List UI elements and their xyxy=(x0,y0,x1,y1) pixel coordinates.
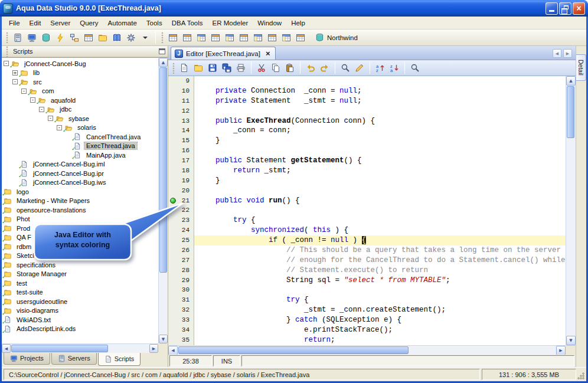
tree-item[interactable]: -✓jConnect-Cancel-Bug xyxy=(2,59,158,68)
code-line[interactable]: 11 private Statement _stmt = null; xyxy=(168,96,566,106)
code-editor[interactable]: 910 private Connection _conn = null;11 p… xyxy=(168,76,576,345)
replace-icon[interactable] xyxy=(353,61,366,74)
scroll-tabs-right-icon[interactable]: ▶ xyxy=(563,49,572,58)
code-line[interactable]: 31 try { xyxy=(168,295,566,305)
code-line[interactable]: 14 _conn = conn; xyxy=(168,126,566,136)
tree-item[interactable]: +✓lib xyxy=(2,68,158,78)
undo-icon[interactable] xyxy=(304,61,317,74)
code-line[interactable]: 17 public Statement getStatement() { xyxy=(168,156,566,166)
code-line[interactable]: 15 } xyxy=(168,136,566,146)
menu-item-server[interactable]: Server xyxy=(45,18,75,28)
tree-item[interactable]: ✓WikiADS.txt xyxy=(2,315,158,325)
tree-expander-icon[interactable]: - xyxy=(12,79,18,84)
scripts-panel-header[interactable]: Scripts xyxy=(2,46,168,57)
tree-item[interactable]: ✓jConnect-Cancel-Bug.iml xyxy=(2,160,158,169)
tree-expander-icon[interactable]: + xyxy=(12,70,18,76)
tree-item[interactable]: -✓aquafold xyxy=(2,96,158,105)
close-button[interactable]: × xyxy=(573,2,585,15)
save-all-icon[interactable] xyxy=(220,61,233,74)
code-line[interactable]: 26 // This should be a query that takes … xyxy=(168,245,566,256)
code-line[interactable]: 33 } catch (SQLException e) { xyxy=(168,315,566,325)
scroll-up-icon[interactable]: ▲ xyxy=(566,76,576,86)
code-line[interactable]: 28 // Statement.execute() to return xyxy=(168,266,566,276)
result-grid-icon-4[interactable] xyxy=(209,31,222,44)
tree-item[interactable]: ✓test xyxy=(2,279,158,288)
tab-servers[interactable]: Servers xyxy=(51,353,97,365)
menu-item-automate[interactable]: Automate xyxy=(103,18,142,28)
scroll-down-icon[interactable]: ▼ xyxy=(566,336,576,345)
code-line[interactable]: 20 xyxy=(168,186,566,196)
toolbar-menu-caret-icon[interactable] xyxy=(139,31,152,44)
scroll-up-icon[interactable]: ▲ xyxy=(159,58,168,67)
tree-expander-icon[interactable]: - xyxy=(48,116,53,121)
tree-item[interactable]: -✓jdbc xyxy=(2,105,158,114)
tree-item[interactable]: ✓specifications xyxy=(2,260,158,270)
result-grid-icon-1[interactable] xyxy=(166,31,179,44)
tree-item[interactable]: ✓opensource-translations xyxy=(2,205,158,215)
code-line[interactable]: 25 if ( _conn != null ) { xyxy=(168,235,566,245)
tree-item[interactable]: ✓jConnect-Cancel-Bug.ipr xyxy=(2,169,158,178)
reference-book-icon[interactable] xyxy=(110,31,123,44)
restore-button[interactable] xyxy=(559,2,571,15)
editor-tab[interactable]: J Editor [ExecThread.java] × xyxy=(171,47,276,60)
menu-item-file[interactable]: File xyxy=(4,18,25,28)
tab-projects[interactable]: Projects xyxy=(4,353,50,365)
code-line[interactable]: 27 // enough for the CancelThread to do … xyxy=(168,256,566,266)
menu-item-tools[interactable]: Tools xyxy=(142,18,167,28)
scroll-left-icon[interactable]: ◀ xyxy=(168,346,178,355)
tree-item[interactable]: ✓test-suite xyxy=(2,288,158,297)
tree-item[interactable]: -✓src xyxy=(2,77,158,87)
resize-grip[interactable] xyxy=(577,372,585,380)
result-grid-icon-5[interactable] xyxy=(223,31,236,44)
query-analyzer-icon[interactable] xyxy=(54,31,67,44)
code-line[interactable]: 12 xyxy=(168,106,566,116)
close-tab-icon[interactable]: × xyxy=(266,50,270,57)
current-connection[interactable]: Northwind xyxy=(315,33,358,42)
code-line[interactable]: 18 return _stmt; xyxy=(168,166,566,176)
register-server-icon[interactable] xyxy=(11,31,24,44)
menu-item-query[interactable]: Query xyxy=(75,18,103,28)
detail-tab[interactable]: Detail xyxy=(576,54,586,81)
result-grid-icon-8[interactable] xyxy=(266,31,279,44)
scroll-down-icon[interactable]: ▼ xyxy=(159,335,168,343)
result-grid-icon-10[interactable] xyxy=(294,31,307,44)
tree-hscroll-thumb[interactable] xyxy=(11,345,108,352)
code-line[interactable]: 19 } xyxy=(168,176,566,186)
tree-horizontal-scrollbar[interactable]: ◀ ▶ xyxy=(2,343,158,353)
schema-browser-icon[interactable] xyxy=(40,31,53,44)
tree-expander-icon[interactable]: - xyxy=(39,107,44,112)
tree-item[interactable]: -✓sybase xyxy=(2,114,158,123)
editor-vertical-scrollbar[interactable]: ▲ ▼ xyxy=(566,76,576,345)
menu-item-window[interactable]: Window xyxy=(253,18,286,28)
table-data-icon[interactable] xyxy=(82,31,95,44)
er-modeler-icon[interactable] xyxy=(68,31,81,44)
cut-icon[interactable] xyxy=(255,61,268,74)
tree-item[interactable]: ✓visio-diagrams xyxy=(2,306,158,316)
sort-descending-icon[interactable] xyxy=(388,61,401,74)
code-line[interactable]: 35 return; xyxy=(168,335,566,345)
scroll-right-icon[interactable]: ▶ xyxy=(556,346,566,355)
code-line[interactable]: 30 xyxy=(168,285,566,295)
print-icon[interactable] xyxy=(234,61,247,74)
menu-item-edit[interactable]: Edit xyxy=(25,18,46,28)
code-line[interactable]: 16 xyxy=(168,146,566,156)
tree-vscroll-thumb[interactable] xyxy=(159,67,167,273)
code-line[interactable]: 34 e.printStackTrace(); xyxy=(168,325,566,335)
sort-ascending-icon[interactable] xyxy=(374,61,387,74)
tree-item[interactable]: ✓Marketing - White Papers xyxy=(2,197,158,206)
tree-item[interactable]: ✓jConnect-Cancel-Bug.iws xyxy=(2,178,158,188)
open-file-icon[interactable] xyxy=(96,31,109,44)
code-line[interactable]: 13 public ExecThread(Connection conn) { xyxy=(168,116,566,126)
zoom-icon[interactable] xyxy=(409,61,422,74)
scroll-right-icon[interactable]: ▶ xyxy=(149,344,158,353)
editor-hscroll-thumb[interactable] xyxy=(178,346,409,354)
save-icon[interactable] xyxy=(206,61,219,74)
new-file-icon[interactable] xyxy=(178,61,191,74)
result-grid-icon-7[interactable] xyxy=(251,31,264,44)
tree-item[interactable]: ✓Storage Manager xyxy=(2,270,158,279)
float-panel-icon[interactable] xyxy=(159,48,165,54)
code-line[interactable]: 9 xyxy=(168,76,566,86)
tree-expander-icon[interactable]: - xyxy=(30,97,35,103)
scroll-left-icon[interactable]: ◀ xyxy=(2,344,11,353)
result-grid-icon-9[interactable] xyxy=(280,31,293,44)
